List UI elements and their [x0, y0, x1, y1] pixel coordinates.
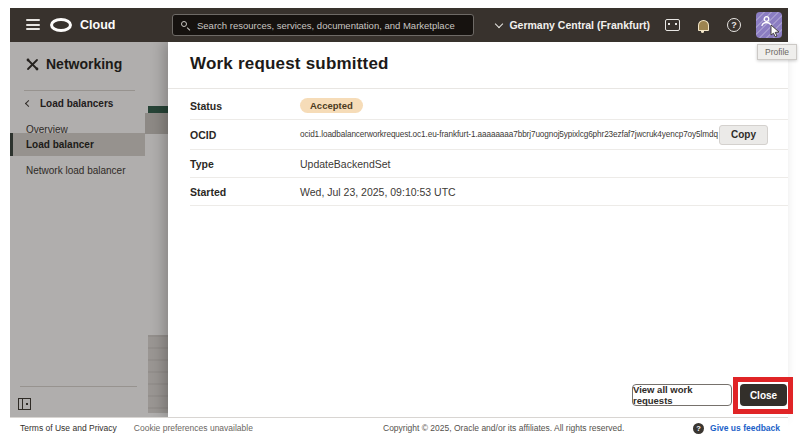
search-input[interactable]: Search resources, services, documentatio…: [172, 14, 474, 36]
region-selector[interactable]: Germany Central (Frankfurt): [496, 19, 650, 31]
ocid-value: ocid1.loadbalancerworkrequest.oc1.eu-fra…: [300, 130, 718, 139]
page-title: Work request submitted: [190, 54, 389, 74]
copy-button[interactable]: Copy: [719, 125, 768, 145]
top-navigation-bar: Cloud Search resources, services, docume…: [10, 8, 788, 42]
ocid-label: OCID: [190, 129, 300, 141]
give-feedback-link[interactable]: Give us feedback: [710, 423, 780, 433]
help-icon: ?: [727, 18, 741, 32]
started-value: Wed, Jul 23, 2025, 09:10:53 UTC: [300, 186, 456, 198]
chevron-down-icon: [495, 19, 503, 27]
notifications-bell-icon: [698, 20, 709, 31]
copyright-text: Copyright © 2025, Oracle and/or its affi…: [383, 423, 624, 433]
cookie-preferences-text: Cookie preferences unavailable: [134, 423, 253, 433]
cloud-shell-button[interactable]: [663, 16, 681, 34]
status-row: Status Accepted: [190, 92, 788, 120]
type-label: Type: [190, 158, 300, 170]
close-button[interactable]: Close: [740, 384, 787, 406]
terms-link[interactable]: Terms of Use and Privacy: [20, 423, 117, 433]
started-row: Started Wed, Jul 23, 2025, 09:10:53 UTC: [190, 178, 788, 206]
cloud-shell-icon: [665, 19, 680, 31]
started-label: Started: [190, 186, 300, 198]
feedback-help-icon: ?: [693, 423, 704, 434]
oracle-logo: [50, 18, 72, 32]
screen: Networking Load balancers Overview Load …: [0, 0, 800, 445]
mouse-cursor: [770, 25, 780, 37]
notifications-button[interactable]: [694, 16, 712, 34]
type-row: Type UpdateBackendSet: [190, 150, 788, 178]
footer: Terms of Use and Privacy Cookie preferen…: [10, 417, 788, 438]
brand-label: Cloud: [80, 18, 115, 32]
search-placeholder: Search resources, services, documentatio…: [197, 20, 455, 31]
view-all-work-requests-button[interactable]: View all work requests: [632, 384, 732, 406]
work-request-panel: Work request submitted Status Accepted O…: [168, 42, 788, 417]
profile-button[interactable]: [756, 12, 782, 38]
region-label: Germany Central (Frankfurt): [509, 19, 650, 31]
profile-tooltip: Profile: [757, 44, 797, 60]
hamburger-menu-icon[interactable]: [26, 19, 40, 30]
divider: [168, 88, 788, 89]
type-value: UpdateBackendSet: [300, 158, 390, 170]
status-label: Status: [190, 100, 300, 112]
ocid-row: OCID ocid1.loadbalancerworkrequest.oc1.e…: [190, 120, 788, 150]
search-icon: [181, 21, 190, 30]
status-badge: Accepted: [300, 98, 363, 114]
help-button[interactable]: ?: [725, 16, 743, 34]
